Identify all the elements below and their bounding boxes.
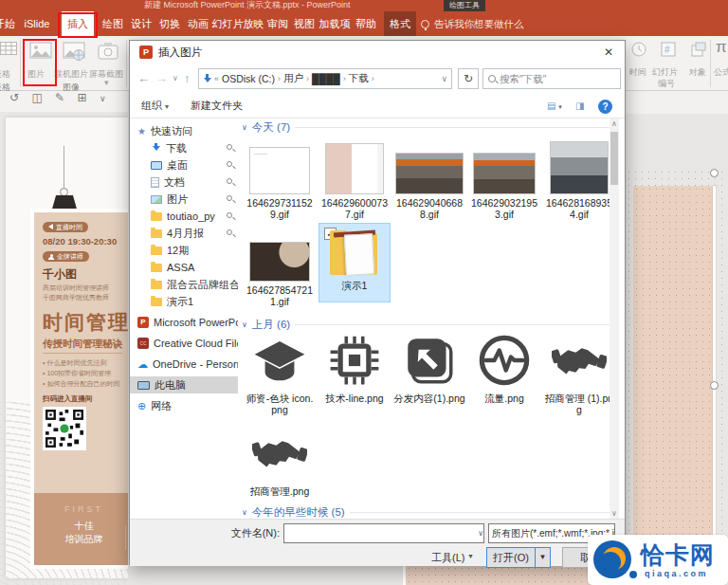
organize-button[interactable]: 组织 ▾ xyxy=(141,99,169,113)
screenshot-dropdown-icon[interactable]: ▾ xyxy=(104,78,109,87)
search-box[interactable] xyxy=(482,68,621,89)
dialog-scrollbar[interactable]: ∧ ∨ xyxy=(610,119,619,519)
sidebar-item-april-report[interactable]: 4月月报 xyxy=(130,225,238,242)
sidebar-item-yanshi1[interactable]: 演示1 xyxy=(130,293,238,310)
file-tile[interactable]: 1646278547211.gif xyxy=(244,227,316,307)
path-collapse-icon[interactable]: « xyxy=(214,74,219,83)
print-icon[interactable]: ⊞ xyxy=(78,91,87,104)
tab-help[interactable]: 帮助 xyxy=(350,11,382,36)
address-bar[interactable]: « OSDisk (C:) › 用户 › ████ › 下载 › ∨ xyxy=(198,68,452,89)
share-arrow-icon xyxy=(400,331,459,390)
table-button-label[interactable]: 表格 xyxy=(0,68,10,81)
filename-input[interactable] xyxy=(284,528,478,539)
tab-draw[interactable]: 绘图 xyxy=(97,11,129,36)
nav-up-button[interactable]: ↑ xyxy=(184,69,191,88)
sidebar-item-documents[interactable]: 文档 xyxy=(130,174,238,191)
open-split-dropdown-icon[interactable]: ▼ xyxy=(535,548,550,567)
screenshot-icon[interactable] xyxy=(97,41,119,62)
search-input[interactable] xyxy=(500,73,615,84)
sidebar-item-network[interactable]: ⊕网络 xyxy=(130,397,238,414)
tab-transitions[interactable]: 切换 xyxy=(154,11,186,36)
tab-islide[interactable]: iSlide xyxy=(19,11,56,36)
sidebar-item-downloads[interactable]: 下载 xyxy=(130,139,238,156)
tab-format[interactable]: 格式 xyxy=(384,11,416,36)
sidebar-item-hybrid-cloud[interactable]: 混合云品牌组合方式 xyxy=(130,276,238,293)
file-tile[interactable]: 1646290321953.gif xyxy=(468,139,540,220)
file-tile[interactable]: 师资-色块 icon.png xyxy=(244,331,316,415)
sidebar-item-assa[interactable]: ASSA xyxy=(130,259,238,276)
toolbar-more-icon[interactable]: ∨ xyxy=(100,94,106,103)
view-mode-icon[interactable]: ▤ ▾ xyxy=(547,101,562,111)
resize-handle-top[interactable] xyxy=(710,169,719,177)
sidebar-item-this-pc[interactable]: 此电脑 xyxy=(130,376,238,393)
tab-slideshow[interactable]: 幻灯片放映 xyxy=(207,11,270,36)
nav-back-button[interactable]: ← xyxy=(137,69,150,88)
dialog-titlebar[interactable]: P 插入图片 ✕ xyxy=(130,41,625,64)
file-tile-selected-folder[interactable]: ✓ 演示1 xyxy=(318,223,391,302)
filename-dropdown-icon[interactable]: ∨ xyxy=(478,529,483,538)
date-time-icon[interactable] xyxy=(631,42,646,57)
slide-sheet[interactable]: 直播时间 08/20 19:30-20:30 金牌讲师 千小图 高层培训时间管理… xyxy=(6,118,128,578)
selected-shape[interactable] xyxy=(633,186,715,561)
nav-forward-button[interactable]: → xyxy=(155,69,168,88)
sidebar-item-onedrive[interactable]: ☁OneDrive - Persona xyxy=(130,356,238,373)
section-today[interactable]: ∨今天 (7) xyxy=(242,120,610,135)
file-tile[interactable]: 招商管理 (1).png xyxy=(543,331,615,415)
scrollbar-thumb[interactable] xyxy=(610,132,618,185)
object-label[interactable]: 对象 xyxy=(689,66,706,79)
tools-button[interactable]: 工具(L) xyxy=(431,551,464,565)
path-segment-users[interactable]: 用户 xyxy=(283,72,303,85)
help-button[interactable]: ? xyxy=(598,100,612,114)
sidebar-item-pictures[interactable]: 图片 xyxy=(130,191,238,208)
sidebar-item-toutiao-py[interactable]: toutiao_py xyxy=(130,208,238,225)
document-icon xyxy=(151,177,159,188)
sidebar-item-powerpoint[interactable]: PMicrosoft PowerPo xyxy=(130,314,238,331)
slide-thumbnail-panel: 直播时间 08/20 19:30-20:30 金牌讲师 千小图 高层培训时间管理… xyxy=(0,112,128,585)
undo-icon[interactable]: ↺ xyxy=(9,91,19,104)
tools-dropdown-icon[interactable]: ▼ xyxy=(467,553,474,559)
slide-number-icon[interactable]: # xyxy=(661,42,676,57)
open-button[interactable]: 打开(O) ▼ xyxy=(486,547,551,568)
filename-combobox[interactable]: ∨ xyxy=(283,523,484,543)
resize-handle-middle[interactable] xyxy=(710,381,719,390)
section-last-month[interactable]: ∨上月 (6) xyxy=(242,318,610,332)
path-segment-user[interactable]: ████ xyxy=(312,73,340,84)
refresh-button[interactable]: ↻ xyxy=(458,68,479,89)
draw-icon[interactable]: ✎ xyxy=(55,91,64,104)
slide-number-label-2[interactable]: 编号 xyxy=(658,78,675,90)
file-tile[interactable]: 1646290406688.gif xyxy=(393,139,465,220)
file-tile[interactable]: 1646297311529.gif xyxy=(244,139,316,220)
tab-design[interactable]: 设计 xyxy=(125,11,157,36)
path-segment-downloads[interactable]: 下载 xyxy=(349,72,369,85)
scroll-down-icon[interactable]: ∨ xyxy=(610,509,619,518)
file-tile[interactable]: 技术-line.png xyxy=(318,331,391,404)
dialog-close-button[interactable]: ✕ xyxy=(594,42,623,63)
file-tile[interactable]: 流量.png xyxy=(468,331,540,404)
new-folder-button[interactable]: 新建文件夹 xyxy=(191,99,243,113)
equation-pi-icon[interactable]: π xyxy=(716,38,727,57)
sidebar-item-desktop[interactable]: 桌面 xyxy=(130,156,238,174)
poster-subtitle: 传授时间管理秘诀 xyxy=(43,338,122,354)
date-time-label[interactable]: 时间 xyxy=(629,66,646,79)
equation-label[interactable]: 公式 xyxy=(714,66,728,79)
file-tile[interactable]: 分发内容(1).png xyxy=(393,331,465,404)
path-segment-drive[interactable]: OSDisk (C:) xyxy=(222,73,275,84)
sidebar-item-12qi[interactable]: 12期 xyxy=(130,242,238,259)
online-pictures-icon[interactable] xyxy=(63,41,85,62)
online-pictures-label[interactable]: 联机图片 xyxy=(54,68,88,81)
poster-graphic[interactable]: 直播时间 08/20 19:30-20:30 金牌讲师 千小图 高层培训时间管理… xyxy=(30,209,128,569)
preview-icon[interactable]: ◫ xyxy=(31,91,42,104)
address-dropdown-icon[interactable]: ∨ xyxy=(441,74,447,83)
file-tile[interactable]: 招商管理.png xyxy=(244,424,316,497)
object-icon[interactable] xyxy=(691,42,706,57)
section-earlier-this-year[interactable]: ∨今年的早些时候 (5) xyxy=(242,505,610,520)
preview-pane-icon[interactable]: ◨ xyxy=(575,101,584,111)
sidebar-quick-access[interactable]: ★快速访问 xyxy=(130,122,238,139)
scroll-up-icon[interactable]: ∧ xyxy=(610,119,619,128)
tell-me-box[interactable]: 告诉我你想要做什么 xyxy=(421,11,524,36)
sidebar-item-creative-cloud[interactable]: ccCreative Cloud File xyxy=(130,335,238,352)
nav-history-dropdown-icon[interactable]: ∨ xyxy=(173,69,178,88)
file-tile[interactable]: 1646296000737.gif xyxy=(318,139,391,220)
file-tile[interactable]: 1646281689354.gif xyxy=(543,139,615,220)
annotation-box-insert-tab xyxy=(58,12,98,38)
